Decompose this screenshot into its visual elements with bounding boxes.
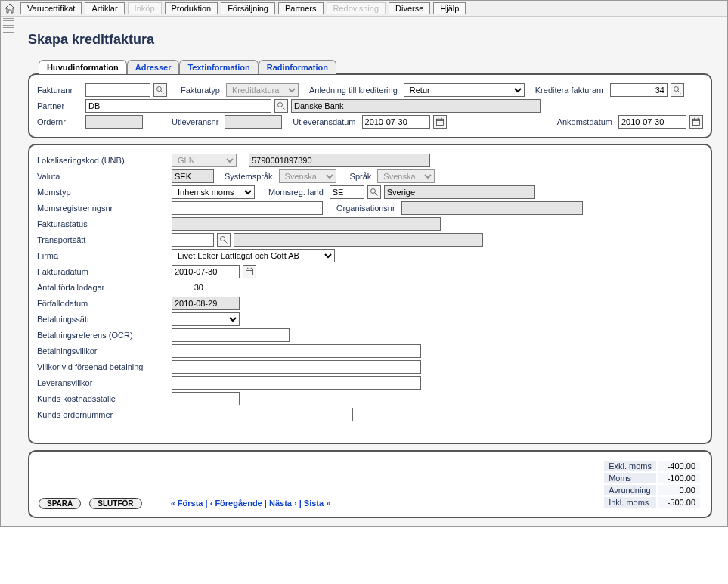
partner-label: Partner [37, 101, 79, 110]
header-panel: Fakturanr Fakturatyp Kreditfaktura Anled… [28, 73, 712, 138]
kreditera-input[interactable] [610, 83, 668, 97]
total-inkl-value: -500.00 [658, 497, 700, 508]
momsreg-land-search-icon[interactable] [367, 185, 381, 199]
momsreg-land-name [384, 185, 535, 199]
total-inkl-label: Inkl. moms [604, 497, 656, 508]
leveransvillkor-input[interactable] [172, 376, 421, 390]
partner-code-input[interactable] [85, 99, 271, 113]
tab-textinformation[interactable]: Textinformation [179, 60, 258, 74]
menu-inkop: Inköp [128, 2, 162, 14]
svg-point-4 [278, 103, 283, 107]
betalningsvillkor-label: Betalningsvillkor [37, 346, 166, 356]
momsreg-land-label: Momsreg. land [268, 188, 324, 197]
total-exkl-value: -400.00 [658, 461, 700, 471]
kreditera-search-icon[interactable] [671, 83, 684, 97]
transportsatt-code-input[interactable] [172, 233, 214, 247]
firma-select[interactable]: Livet Leker Lättlagat och Gott AB [172, 249, 335, 262]
fakturatyp-label: Fakturatyp [181, 85, 220, 95]
sprak-select: Svenska [377, 169, 435, 183]
villkor-forsenad-input[interactable] [172, 360, 421, 374]
betalningssatt-label: Betalningssätt [37, 315, 166, 324]
save-button[interactable]: SPARA [39, 498, 81, 509]
forfallodatum-label: Förfallodatum [37, 299, 166, 308]
menu-diverse[interactable]: Diverse [389, 2, 430, 14]
momsregnr-input[interactable] [172, 201, 323, 215]
svg-rect-18 [246, 269, 253, 275]
tab-huvudinformation[interactable]: Huvudinformation [39, 60, 127, 74]
svg-line-3 [678, 91, 681, 94]
total-avrundning-label: Avrundning [604, 485, 656, 495]
tab-bar: Huvudinformation Adresser Textinformatio… [39, 60, 712, 74]
kunds-ordernummer-input[interactable] [172, 408, 353, 421]
nav-last[interactable]: Sista » [304, 499, 330, 508]
partner-search-icon[interactable] [274, 99, 288, 113]
menu-forsaljning[interactable]: Försäljning [221, 2, 275, 14]
menu-redovisning: Redovisning [327, 2, 386, 14]
tab-radinformation[interactable]: Radinformation [259, 60, 336, 74]
svg-point-2 [674, 87, 678, 92]
antal-forfallodagar-label: Antal förfallodagar [37, 283, 166, 292]
fakturadatum-input[interactable] [172, 265, 240, 278]
svg-line-17 [225, 241, 228, 244]
top-menu-bar: Varucertifikat Artiklar Inköp Produktion… [1, 1, 727, 17]
forfallodatum-input [172, 297, 240, 310]
utleveransdatum-label: Utleveransdatum [293, 117, 355, 126]
utleveransnr-input [225, 115, 282, 129]
menu-hjalp[interactable]: Hjälp [433, 2, 466, 14]
nav-first[interactable]: « Första [171, 499, 203, 508]
anledning-select[interactable]: Retur [404, 83, 525, 97]
kunds-kostnadsstalle-input[interactable] [172, 392, 240, 405]
svg-rect-10 [693, 119, 700, 125]
menu-produktion[interactable]: Produktion [165, 2, 218, 14]
svg-line-15 [375, 193, 378, 196]
utleveransdatum-input[interactable] [362, 115, 430, 129]
transportsatt-label: Transportsätt [37, 235, 166, 244]
utleveransdatum-calendar-icon[interactable] [433, 115, 447, 129]
pagination-nav: « Första | ‹ Föregående | Nästa › | Sist… [171, 499, 331, 508]
side-panel-toggle-icon[interactable] [3, 18, 14, 33]
fakturanr-label: Fakturanr [37, 85, 79, 95]
anledning-label: Anledning till kreditering [309, 85, 398, 95]
utleveransnr-label: Utleveransnr [172, 117, 218, 126]
total-exkl-label: Exkl. moms [604, 461, 656, 471]
fakturadatum-calendar-icon[interactable] [243, 265, 256, 278]
svg-point-16 [221, 237, 225, 241]
lokkod-value [249, 154, 430, 167]
finish-button[interactable]: SLUTFÖR [89, 498, 141, 509]
momstyp-select[interactable]: Inhemsk moms [172, 185, 255, 199]
total-moms-label: Moms [604, 473, 656, 483]
home-icon[interactable] [4, 2, 16, 14]
fakturanr-input[interactable] [85, 83, 150, 97]
ankomstdatum-calendar-icon[interactable] [689, 115, 703, 129]
menu-varucertifikat[interactable]: Varucertifikat [20, 2, 82, 14]
momsreg-land-code-input[interactable] [330, 185, 364, 199]
antal-forfallodagar-input[interactable] [172, 281, 206, 294]
svg-point-14 [370, 189, 375, 194]
sprak-label: Språk [350, 172, 372, 181]
menu-artiklar[interactable]: Artiklar [85, 2, 124, 14]
ankomstdatum-input[interactable] [618, 115, 686, 129]
villkor-forsenad-label: Villkor vid försenad betalning [37, 362, 166, 371]
fakturanr-search-icon[interactable] [153, 83, 167, 97]
transportsatt-name [234, 233, 483, 247]
svg-line-1 [161, 91, 164, 94]
total-avrundning-value: 0.00 [658, 485, 700, 495]
tab-adresser[interactable]: Adresser [127, 60, 180, 74]
nav-prev[interactable]: ‹ Föregående [210, 499, 262, 508]
betalningsreferens-input[interactable] [172, 328, 290, 342]
momstyp-label: Momstyp [37, 188, 166, 197]
menu-partners[interactable]: Partners [278, 2, 324, 14]
nav-next[interactable]: Nästa › [269, 499, 297, 508]
systemsprak-select: Svenska [279, 169, 336, 183]
leveransvillkor-label: Leveransvillkor [37, 378, 166, 387]
kunds-kostnadsstalle-label: Kunds kostnadsställe [37, 394, 166, 403]
betalningsreferens-label: Betalningsreferens (OCR) [37, 331, 166, 340]
page-title: Skapa kreditfaktura [28, 32, 712, 48]
organisationsnr-label: Organisationsnr [336, 203, 395, 213]
betalningssatt-select[interactable] [172, 312, 240, 326]
kreditera-label: Kreditera fakturanr [535, 85, 604, 95]
valuta-label: Valuta [37, 172, 166, 181]
ordernr-label: Ordernr [37, 117, 79, 126]
transportsatt-search-icon[interactable] [217, 233, 231, 247]
betalningsvillkor-input[interactable] [172, 344, 421, 358]
